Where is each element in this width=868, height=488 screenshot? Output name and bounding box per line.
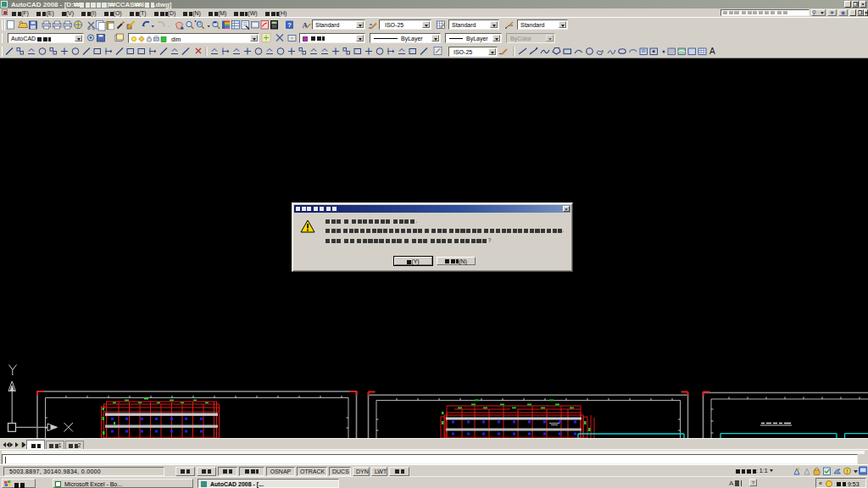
svg-text:A: A xyxy=(303,21,309,30)
svg-text:!: ! xyxy=(847,469,849,474)
svg-text:?: ? xyxy=(287,21,292,29)
svg-text:A: A xyxy=(709,47,715,56)
